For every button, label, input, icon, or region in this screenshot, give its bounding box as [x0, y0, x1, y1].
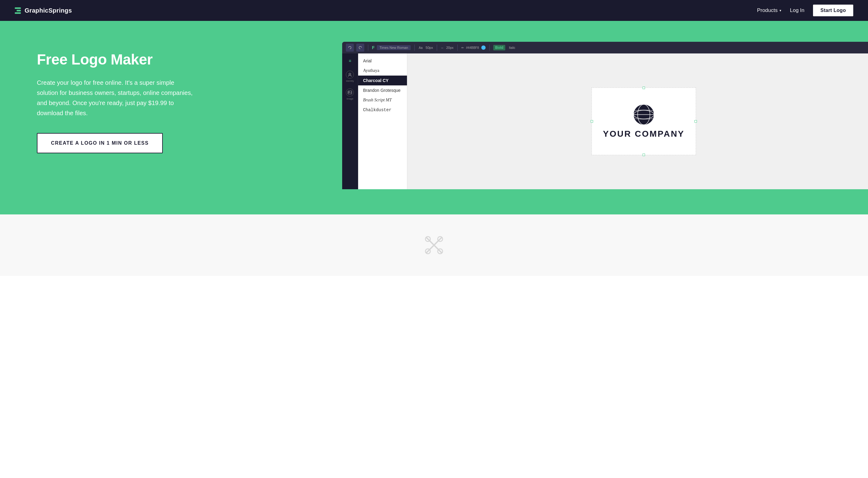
logo[interactable]: GraphicSprings: [15, 7, 72, 14]
hero-content: Free Logo Maker Create your logo for fre…: [37, 46, 196, 153]
font-panel: Arial Ayuthaya Charcoal CY Brandon Grote…: [358, 54, 407, 189]
canvas-area: YOUR COMPANY: [407, 54, 868, 189]
font-item-brush[interactable]: Brush Script MT: [358, 95, 407, 105]
undo-icon[interactable]: [346, 43, 354, 52]
nav-right: Products ▾ Log In Start Logo: [757, 5, 853, 16]
selection-handle-top[interactable]: [643, 87, 645, 89]
color-hex-value[interactable]: #44BBF8: [466, 46, 479, 50]
selection-handle-left[interactable]: [591, 120, 593, 123]
color-icon: ✏: [461, 46, 464, 50]
spacing-icon: ↔: [441, 46, 444, 50]
spacing-value[interactable]: 20px: [446, 46, 454, 50]
toolbar-separator-4: [457, 44, 458, 51]
products-label: Products: [757, 7, 778, 13]
sidebar-item-identity[interactable]: Identity: [346, 71, 354, 82]
below-hero-section: [0, 214, 868, 276]
font-item-arial[interactable]: Arial: [358, 56, 407, 66]
font-size-label: Aa: [419, 46, 423, 50]
navbar: GraphicSprings Products ▾ Log In Start L…: [0, 0, 868, 21]
toolbar-separator-3: [437, 44, 437, 51]
hero-section: Free Logo Maker Create your logo for fre…: [0, 21, 868, 214]
canvas-preview: YOUR COMPANY: [592, 88, 696, 155]
chevron-down-icon: ▾: [779, 9, 781, 12]
image-icon: [346, 88, 354, 96]
font-icon: F: [372, 45, 375, 50]
identity-icon: [346, 71, 354, 79]
editor-toolbar: F Times New Roman Aa 50px ↔ 20px ✏ #44BB…: [342, 42, 868, 54]
selection-handle-bottom[interactable]: [643, 154, 645, 156]
editor-body: ≡ Identity: [342, 54, 868, 189]
sidebar-item-image[interactable]: Image: [346, 88, 354, 100]
editor-sidebar: ≡ Identity: [342, 54, 358, 189]
hero-title: Free Logo Maker: [37, 52, 196, 68]
editor-window: F Times New Roman Aa 50px ↔ 20px ✏ #44BB…: [342, 42, 868, 189]
color-dot[interactable]: [481, 46, 486, 50]
logo-icon: [15, 7, 21, 14]
tools-icon: [422, 233, 446, 258]
sidebar-logo-icon: ≡: [349, 58, 351, 63]
redo-icon[interactable]: [356, 43, 364, 52]
font-selector[interactable]: Times New Roman: [377, 45, 410, 50]
toolbar-separator-5: [489, 44, 490, 51]
svg-point-0: [349, 73, 351, 75]
italic-button[interactable]: Italic: [509, 46, 516, 50]
toolbar-separator-2: [414, 44, 415, 51]
editor-screenshot: F Times New Roman Aa 50px ↔ 20px ✏ #44BB…: [330, 42, 868, 189]
image-label: Image: [346, 97, 353, 100]
hero-description: Create your logo for free online. It's a…: [37, 78, 196, 118]
font-item-ayuthaya[interactable]: Ayuthaya: [358, 66, 407, 76]
logo-preview-icon: [633, 104, 654, 125]
logo-text: GraphicSprings: [25, 7, 72, 14]
toolbar-separator: [368, 44, 368, 51]
products-menu[interactable]: Products ▾: [757, 7, 781, 13]
font-item-brandon[interactable]: Brandon Grotesque: [358, 85, 407, 95]
font-item-charcoal[interactable]: Charcoal CY: [358, 76, 407, 85]
font-size-value[interactable]: 50px: [426, 46, 433, 50]
identity-label: Identity: [346, 80, 354, 82]
start-logo-button[interactable]: Start Logo: [813, 5, 853, 16]
editor-main: Arial Ayuthaya Charcoal CY Brandon Grote…: [358, 54, 868, 189]
company-name-preview: YOUR COMPANY: [603, 129, 685, 139]
bold-button[interactable]: Bold: [493, 45, 505, 50]
selection-handle-right[interactable]: [694, 120, 697, 123]
login-link[interactable]: Log In: [790, 7, 804, 13]
cta-button[interactable]: CREATE A LOGO IN 1 MIN OR LESS: [37, 133, 163, 153]
font-item-chalkduster[interactable]: Chalkduster: [358, 105, 407, 115]
